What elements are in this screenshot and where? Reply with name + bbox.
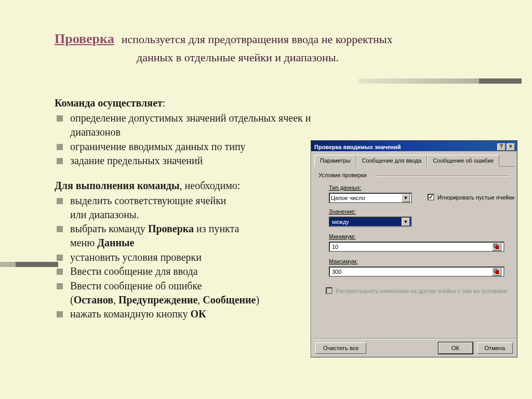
dialog-titlebar[interactable]: Проверка вводимых значений ? × [311, 141, 517, 151]
svg-rect-3 [496, 271, 499, 274]
max-input[interactable]: 300 [329, 267, 504, 277]
divider-top-dark [479, 78, 522, 84]
svg-rect-1 [496, 246, 499, 249]
range-picker-icon[interactable] [492, 268, 501, 276]
ok-button[interactable]: ОК [438, 342, 473, 354]
checkbox-icon [326, 287, 332, 294]
tab-input-msg[interactable]: Сообщение для ввода [356, 155, 428, 167]
clear-all-button[interactable]: Очистить все [315, 342, 366, 354]
tab-error-msg[interactable]: Сообщение об ошибке [427, 155, 499, 167]
section2-after: , необходимо: [180, 180, 241, 191]
cancel-button[interactable]: Отмена [477, 342, 513, 354]
type-combo[interactable]: Целое число ▼ [329, 193, 412, 203]
range-picker-icon[interactable] [492, 243, 501, 251]
list-item: Ввести сообщение об ошибке (Останов, Пре… [55, 279, 320, 307]
section1-heading: Команда осуществляет [55, 97, 163, 109]
value-combo[interactable]: между ▼ [329, 217, 412, 227]
list-item: ограничение вводимых данных по типу [55, 140, 320, 154]
group-line [376, 176, 510, 177]
list-item: задание предельных значений [55, 154, 320, 168]
list-item: Ввести сообщение для ввода [55, 264, 320, 278]
section2-heading: Для выполнения команды [55, 180, 180, 191]
checkbox-icon[interactable]: ✓ [428, 194, 434, 201]
value-label: Значение: [329, 208, 356, 215]
chevron-down-icon[interactable]: ▼ [402, 218, 410, 226]
divider-top-light [358, 78, 479, 84]
page-title-desc2: данных в отдельные ячейки и диапазоны. [137, 51, 501, 64]
close-button[interactable]: × [507, 143, 515, 151]
page-title-link: Проверка [55, 31, 114, 47]
list-item: определение допустимых значений отдельны… [55, 111, 320, 139]
divider-left-dark [16, 262, 58, 267]
min-input[interactable]: 10 [329, 242, 504, 252]
propagate-check: Распространить изменения на другие ячейк… [326, 287, 507, 294]
ignore-empty-check[interactable]: ✓ Игнорировать пустые ячейки [428, 194, 514, 201]
validation-dialog: Проверка вводимых значений ? × Параметры… [311, 140, 517, 357]
list-item: установить условия проверки [55, 250, 320, 264]
help-button[interactable]: ? [497, 143, 506, 151]
min-label: Минимум: [329, 233, 355, 240]
group-label: Условие проверки [318, 172, 367, 178]
page-title-desc: используется для предотвращения ввода не… [122, 33, 393, 46]
divider-left-light [0, 262, 16, 267]
colon: : [163, 97, 166, 109]
dialog-title: Проверка вводимых значений [314, 144, 401, 150]
tab-params[interactable]: Параметры [314, 155, 356, 167]
max-label: Максимум: [329, 258, 358, 264]
list-item: выбрать команду Проверка из пункта меню … [55, 222, 320, 250]
list-item: нажать командную кнопку ОК [55, 307, 320, 321]
list-item: выделить соответствующие ячейки или диап… [55, 194, 320, 222]
type-label: Тип данных: [329, 184, 362, 191]
chevron-down-icon[interactable]: ▼ [402, 194, 410, 202]
